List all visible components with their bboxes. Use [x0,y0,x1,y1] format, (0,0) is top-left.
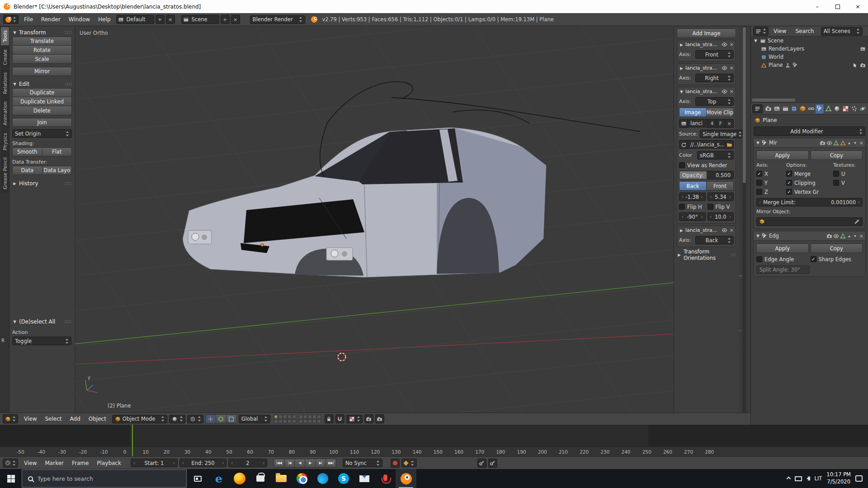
taskbar-app-firefox[interactable] [229,469,250,488]
eye-icon[interactable] [722,65,727,71]
menu-item[interactable]: Playback [93,460,125,466]
panel-grip[interactable] [65,31,72,35]
editor-type-button[interactable] [753,27,769,36]
tab-scene[interactable] [781,104,789,113]
opacity-slider[interactable]: Opacity:0.500 [679,171,734,179]
render-visibility-icon[interactable] [826,233,832,239]
remove-icon[interactable]: × [730,65,734,71]
cursor-3d[interactable] [335,351,348,363]
apply-button[interactable]: Apply [756,244,809,253]
layer-cell-active[interactable] [274,415,278,419]
menu-view[interactable]: View [769,28,790,34]
eye-icon[interactable] [722,89,727,94]
movie-clip-tab[interactable]: Movie Clip [707,108,734,117]
insert-keyframe-button[interactable] [477,459,486,468]
panel-grip[interactable] [731,253,736,257]
taskbar-app-blender[interactable] [396,469,416,488]
image-tab[interactable]: Image [679,108,707,117]
tab-material[interactable] [833,104,841,113]
copy-button[interactable]: Copy [811,244,863,253]
modifier-name[interactable]: Mir [769,140,777,146]
image-name[interactable]: lancia_stra... [685,42,720,47]
mirror-button[interactable]: Mirror [12,67,72,76]
add-layout-button[interactable]: + [156,15,165,24]
scale-button[interactable]: Scale [12,55,72,64]
move-up-icon[interactable]: ▴ [847,141,852,145]
task-view-button[interactable] [187,469,208,488]
add-scene-button[interactable]: + [221,15,230,24]
image-datablock-name[interactable]: lanci [688,119,708,127]
menu-item[interactable]: View [20,460,41,466]
tab-object[interactable] [798,104,807,113]
delete-keyframe-button[interactable] [488,459,497,468]
data-button[interactable]: Data [12,166,42,175]
axis-y-checkbox[interactable]: Y [756,179,784,187]
eyedropper-icon[interactable] [854,219,860,225]
modifier-name[interactable]: Edg [769,233,779,239]
auto-keyframe-button[interactable] [391,459,400,468]
back-toggle[interactable]: Back [679,181,707,191]
restrict-select-icon[interactable] [852,62,858,68]
move-down-icon[interactable]: ▾ [853,234,858,238]
viewport-scrollbar[interactable] [742,26,746,413]
axis-z-checkbox[interactable]: Z [756,188,784,196]
expand-icon[interactable]: ▶ [679,228,684,233]
taskbar-app-recorder[interactable] [375,469,396,488]
axis-dropdown[interactable]: Front [695,50,734,59]
playback-button[interactable]: ▶▶| [326,459,336,468]
reload-image-icon[interactable] [679,140,688,149]
pivot-point-dropdown[interactable] [187,415,203,423]
remove-icon[interactable]: × [730,227,734,233]
source-dropdown[interactable]: Single Image [700,130,745,138]
opengl-render-anim-icon[interactable] [375,414,384,423]
taskbar-app-edge[interactable]: e [208,469,229,488]
taskbar-app-mail[interactable] [354,469,375,488]
axis-x-checkbox[interactable]: ✓X [756,170,784,178]
menu-item[interactable]: Object [85,416,110,422]
translate-manipulator-icon[interactable] [205,414,216,423]
action-center-icon[interactable] [855,475,863,482]
move-up-icon[interactable]: ▴ [847,234,852,238]
scene-selector[interactable]: Scene [181,15,219,24]
panel-header-history[interactable]: ▶History [12,179,72,188]
taskbar-app-store[interactable] [250,469,271,488]
menu-item[interactable]: Marker [41,460,67,466]
join-button[interactable]: Join [12,118,72,127]
expand-icon[interactable]: ▶ [679,42,684,47]
menu-item[interactable]: Select [41,416,66,422]
editor-type-button[interactable] [3,15,19,24]
lock-to-scene-icon[interactable] [325,414,334,423]
sharp-edges-checkbox[interactable]: ✓Sharp Edges [811,255,863,263]
rotate-manipulator-icon[interactable] [216,414,226,423]
translate-button[interactable]: Translate [12,37,72,46]
keying-set-dropdown[interactable] [401,459,417,467]
panel-header-deselect[interactable]: ▼(De)select All [12,318,71,326]
playback-button[interactable]: ▶| [315,459,326,468]
eye-icon[interactable] [722,227,727,233]
tab-world[interactable] [790,104,798,113]
clipping-checkbox[interactable]: ✓Clipping [786,179,831,187]
vertex-groups-checkbox[interactable]: ✓Vertex Gr [786,188,831,196]
scale-manipulator-icon[interactable] [226,414,237,423]
editor-type-button[interactable] [752,104,763,113]
screen-layout-selector[interactable]: Default [116,15,154,24]
render-visibility-icon[interactable] [820,140,826,146]
duplicate-button[interactable]: Duplicate [12,88,72,97]
snap-element-dropdown[interactable] [346,415,363,423]
menu-item[interactable]: Frame [68,460,93,466]
taskbar-clock[interactable]: 10:17 PM7/5/2020 [826,471,851,485]
copy-button[interactable]: Copy [811,150,863,160]
editor-type-button[interactable] [3,459,18,468]
outliner-row-renderlayers[interactable]: RenderLayers [751,45,868,53]
tab-render[interactable] [764,104,772,113]
panel-grip[interactable] [65,82,72,86]
outliner-row-plane[interactable]: Plane [751,61,868,69]
menu-item[interactable]: File [20,16,37,23]
display-filter-dropdown[interactable]: All Scenes [821,27,863,36]
toolshelf-tab[interactable]: Tools [1,27,9,45]
volume-icon[interactable] [807,476,810,481]
remove-icon[interactable]: × [730,89,734,94]
tab-physics[interactable] [859,104,867,113]
car-model[interactable] [183,82,640,277]
delete-modifier-icon[interactable]: × [859,140,863,146]
